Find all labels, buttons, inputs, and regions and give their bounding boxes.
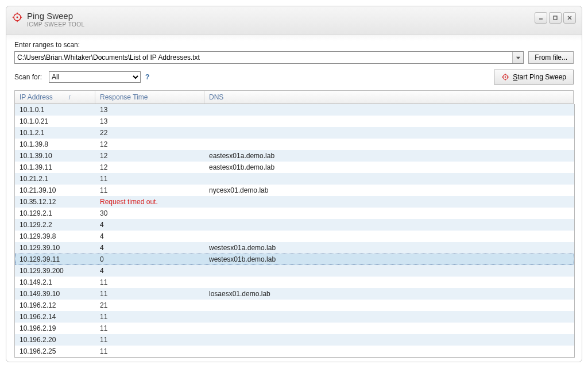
table-row[interactable]: 10.196.2.1221 bbox=[15, 300, 574, 311]
results-header: IP Address / Response Time DNS bbox=[14, 90, 574, 104]
cell-ip: 10.196.2.19 bbox=[15, 324, 95, 332]
cell-response-time: 22 bbox=[95, 129, 204, 137]
cell-ip: 10.129.2.2 bbox=[15, 221, 95, 229]
target-icon bbox=[501, 73, 509, 81]
cell-dns: westesx01a.demo.lab bbox=[204, 244, 574, 252]
cell-ip: 10.35.12.12 bbox=[15, 198, 95, 206]
table-row[interactable]: 10.149.39.1011losaesx01.demo.lab bbox=[15, 288, 574, 300]
cell-response-time: 0 bbox=[95, 255, 204, 263]
cell-ip: 10.149.39.10 bbox=[15, 290, 95, 298]
table-row[interactable]: 10.196.2.2511 bbox=[15, 346, 574, 357]
cell-ip: 10.129.39.8 bbox=[15, 232, 95, 240]
results-body[interactable]: 10.1.0.11310.1.0.211310.1.2.12210.1.39.8… bbox=[15, 104, 574, 357]
table-row[interactable]: 10.129.39.84 bbox=[15, 231, 574, 242]
close-button[interactable] bbox=[563, 12, 576, 24]
scan-for-select[interactable]: All bbox=[49, 71, 141, 83]
cell-ip: 10.129.39.200 bbox=[15, 267, 95, 275]
window-controls bbox=[535, 11, 576, 24]
ranges-label: Enter ranges to scan: bbox=[14, 41, 574, 49]
cell-ip: 10.196.2.14 bbox=[15, 313, 95, 321]
table-row[interactable]: 10.149.2.111 bbox=[15, 277, 574, 288]
cell-response-time: 30 bbox=[95, 209, 204, 217]
table-row[interactable]: 10.129.39.2004 bbox=[15, 265, 574, 277]
column-header-ip-label: IP Address bbox=[20, 93, 53, 101]
cell-response-time: 11 bbox=[95, 347, 204, 355]
cell-ip: 10.1.39.10 bbox=[15, 152, 95, 160]
scan-for-label: Scan for: bbox=[14, 73, 42, 81]
column-header-response-time[interactable]: Response Time bbox=[95, 91, 204, 103]
svg-rect-7 bbox=[554, 16, 557, 20]
cell-response-time: 4 bbox=[95, 244, 204, 252]
results-grid: 10.1.0.11310.1.0.211310.1.2.12210.1.39.8… bbox=[14, 104, 575, 358]
app-subtitle: ICMP SWEEP TOOL bbox=[27, 21, 85, 28]
cell-response-time: 11 bbox=[95, 313, 204, 321]
from-file-button[interactable]: From file... bbox=[528, 51, 574, 64]
target-icon bbox=[12, 12, 22, 22]
titlebar: Ping Sweep ICMP SWEEP TOOL bbox=[6, 6, 582, 35]
cell-ip: 10.129.39.10 bbox=[15, 244, 95, 252]
cell-ip: 10.129.2.1 bbox=[15, 209, 95, 217]
cell-response-time: Request timed out. bbox=[95, 198, 204, 206]
cell-response-time: 21 bbox=[95, 301, 204, 309]
cell-ip: 10.1.0.21 bbox=[15, 117, 95, 125]
maximize-button[interactable] bbox=[549, 12, 562, 24]
start-ping-sweep-button[interactable]: Start Ping Sweep bbox=[494, 70, 574, 85]
table-row[interactable]: 10.35.12.12Request timed out. bbox=[15, 196, 574, 208]
minimize-button[interactable] bbox=[535, 12, 547, 24]
cell-ip: 10.196.2.20 bbox=[15, 336, 95, 344]
table-row[interactable]: 10.1.2.122 bbox=[15, 127, 574, 139]
cell-ip: 10.1.0.1 bbox=[15, 106, 95, 114]
help-icon[interactable]: ? bbox=[145, 73, 149, 81]
table-row[interactable]: 10.196.2.1411 bbox=[15, 311, 574, 323]
table-row[interactable]: 10.1.39.1012eastesx01a.demo.lab bbox=[15, 150, 574, 162]
column-header-dns-label: DNS bbox=[209, 93, 223, 101]
table-row[interactable]: 10.129.39.104westesx01a.demo.lab bbox=[15, 242, 574, 254]
ranges-dropdown-icon[interactable] bbox=[512, 52, 523, 63]
sort-indicator-icon: / bbox=[69, 94, 71, 101]
cell-response-time: 13 bbox=[95, 106, 204, 114]
app-window: Ping Sweep ICMP SWEEP TOOL Enter ranges … bbox=[6, 6, 582, 362]
table-row[interactable]: 10.196.2.1911 bbox=[15, 323, 574, 334]
cell-ip: 10.1.2.1 bbox=[15, 129, 95, 137]
table-row[interactable]: 10.196.2.2011 bbox=[15, 334, 574, 346]
cell-ip: 10.1.39.11 bbox=[15, 163, 95, 171]
table-row[interactable]: 10.1.0.113 bbox=[15, 104, 574, 116]
cell-response-time: 13 bbox=[95, 117, 204, 125]
column-header-dns[interactable]: DNS bbox=[204, 91, 573, 103]
cell-ip: 10.21.39.10 bbox=[15, 186, 95, 194]
table-row[interactable]: 10.1.39.812 bbox=[15, 139, 574, 150]
table-row[interactable]: 10.129.2.24 bbox=[15, 219, 574, 231]
table-row[interactable]: 10.129.39.110westesx01b.demo.lab bbox=[15, 254, 574, 265]
cell-response-time: 11 bbox=[95, 278, 204, 286]
column-header-resp-label: Response Time bbox=[100, 93, 148, 101]
cell-response-time: 4 bbox=[95, 221, 204, 229]
cell-response-time: 12 bbox=[95, 152, 204, 160]
cell-response-time: 4 bbox=[95, 267, 204, 275]
cell-dns: eastesx01a.demo.lab bbox=[204, 152, 574, 160]
ranges-input[interactable] bbox=[14, 51, 524, 64]
svg-point-12 bbox=[505, 76, 506, 78]
cell-response-time: 12 bbox=[95, 140, 204, 148]
cell-dns: westesx01b.demo.lab bbox=[204, 255, 574, 263]
cell-ip: 10.149.2.1 bbox=[15, 278, 95, 286]
cell-response-time: 4 bbox=[95, 232, 204, 240]
column-header-ip[interactable]: IP Address / bbox=[15, 91, 95, 103]
cell-response-time: 12 bbox=[95, 163, 204, 171]
cell-ip: 10.196.2.12 bbox=[15, 301, 95, 309]
cell-ip: 10.129.39.11 bbox=[15, 255, 95, 263]
table-row[interactable]: 10.21.39.1011nycesx01.demo.lab bbox=[15, 185, 574, 196]
cell-ip: 10.1.39.8 bbox=[15, 140, 95, 148]
cell-response-time: 11 bbox=[95, 186, 204, 194]
cell-response-time: 11 bbox=[95, 336, 204, 344]
table-row[interactable]: 10.1.39.1112eastesx01b.demo.lab bbox=[15, 162, 574, 173]
cell-dns: eastesx01b.demo.lab bbox=[204, 163, 574, 171]
cell-ip: 10.196.2.25 bbox=[15, 347, 95, 355]
svg-marker-10 bbox=[516, 56, 520, 59]
table-row[interactable]: 10.21.2.111 bbox=[15, 173, 574, 185]
table-row[interactable]: 10.129.2.130 bbox=[15, 208, 574, 219]
cell-response-time: 11 bbox=[95, 290, 204, 298]
cell-response-time: 11 bbox=[95, 324, 204, 332]
table-row[interactable]: 10.1.0.2113 bbox=[15, 116, 574, 127]
cell-dns: losaesx01.demo.lab bbox=[204, 290, 574, 298]
cell-ip: 10.21.2.1 bbox=[15, 175, 95, 183]
